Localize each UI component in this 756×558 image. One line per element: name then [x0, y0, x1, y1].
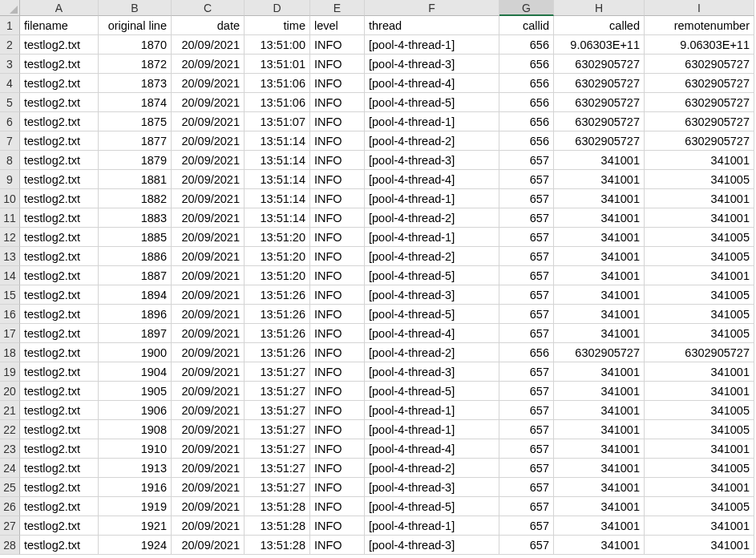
data-cell[interactable]: 341005	[645, 459, 754, 478]
data-cell[interactable]: 657	[499, 285, 554, 305]
select-all-corner[interactable]	[0, 0, 20, 16]
data-cell[interactable]: INFO	[310, 285, 365, 305]
data-cell[interactable]: testlog2.txt	[20, 497, 99, 516]
data-cell[interactable]: 341001	[554, 285, 645, 305]
data-cell[interactable]: 341005	[645, 497, 754, 516]
data-cell[interactable]: 1882	[99, 189, 172, 208]
data-cell[interactable]: [pool-4-thread-1]	[365, 401, 499, 420]
data-cell[interactable]: 20/09/2021	[172, 131, 245, 151]
data-cell[interactable]: [pool-4-thread-1]	[365, 228, 499, 247]
data-cell[interactable]: 13:51:27	[245, 478, 310, 497]
data-cell[interactable]: 6302905727	[645, 74, 754, 93]
data-cell[interactable]: 6302905727	[645, 55, 754, 74]
data-cell[interactable]: 20/09/2021	[172, 497, 245, 516]
data-cell[interactable]: [pool-4-thread-4]	[365, 170, 499, 189]
data-cell[interactable]: testlog2.txt	[20, 266, 99, 285]
header-cell[interactable]: thread	[365, 16, 499, 35]
data-cell[interactable]: testlog2.txt	[20, 247, 99, 266]
data-cell[interactable]: INFO	[310, 420, 365, 439]
data-cell[interactable]: 20/09/2021	[172, 305, 245, 324]
data-cell[interactable]: INFO	[310, 74, 365, 93]
row-header-20[interactable]: 20	[0, 382, 20, 401]
data-cell[interactable]: INFO	[310, 55, 365, 74]
data-cell[interactable]: 1916	[99, 478, 172, 497]
row-header-5[interactable]: 5	[0, 93, 20, 112]
data-cell[interactable]: 341001	[554, 497, 645, 516]
data-cell[interactable]: [pool-4-thread-1]	[365, 112, 499, 131]
data-cell[interactable]: 341005	[645, 401, 754, 420]
data-cell[interactable]: 6302905727	[554, 112, 645, 131]
data-cell[interactable]: [pool-4-thread-1]	[365, 516, 499, 536]
data-cell[interactable]: INFO	[310, 35, 365, 55]
data-cell[interactable]: 657	[499, 170, 554, 189]
data-cell[interactable]: 20/09/2021	[172, 208, 245, 228]
row-header-9[interactable]: 9	[0, 170, 20, 189]
row-header-1[interactable]: 1	[0, 16, 20, 35]
data-cell[interactable]: 657	[499, 401, 554, 420]
column-header-G[interactable]: G	[499, 0, 554, 16]
data-cell[interactable]: INFO	[310, 478, 365, 497]
data-cell[interactable]: INFO	[310, 266, 365, 285]
data-cell[interactable]: 656	[499, 93, 554, 112]
data-cell[interactable]: 656	[499, 55, 554, 74]
row-header-16[interactable]: 16	[0, 305, 20, 324]
data-cell[interactable]: testlog2.txt	[20, 170, 99, 189]
data-cell[interactable]: testlog2.txt	[20, 228, 99, 247]
data-cell[interactable]: 341001	[645, 362, 754, 382]
data-cell[interactable]: 1900	[99, 343, 172, 362]
data-cell[interactable]: 341001	[645, 439, 754, 459]
data-cell[interactable]: 341001	[645, 189, 754, 208]
data-cell[interactable]: 20/09/2021	[172, 189, 245, 208]
data-cell[interactable]: 656	[499, 131, 554, 151]
data-cell[interactable]: 13:51:14	[245, 208, 310, 228]
data-cell[interactable]: 20/09/2021	[172, 420, 245, 439]
data-cell[interactable]: 20/09/2021	[172, 478, 245, 497]
row-header-10[interactable]: 10	[0, 189, 20, 208]
data-cell[interactable]: testlog2.txt	[20, 189, 99, 208]
data-cell[interactable]: [pool-4-thread-1]	[365, 420, 499, 439]
data-cell[interactable]: 13:51:26	[245, 305, 310, 324]
data-cell[interactable]: 657	[499, 189, 554, 208]
data-cell[interactable]: 20/09/2021	[172, 55, 245, 74]
data-cell[interactable]: 1905	[99, 382, 172, 401]
data-cell[interactable]: 1908	[99, 420, 172, 439]
data-cell[interactable]: INFO	[310, 112, 365, 131]
data-cell[interactable]: testlog2.txt	[20, 343, 99, 362]
row-header-27[interactable]: 27	[0, 516, 20, 536]
data-cell[interactable]: 341001	[554, 536, 645, 555]
header-cell[interactable]: remotenumber	[645, 16, 754, 35]
data-cell[interactable]: testlog2.txt	[20, 112, 99, 131]
data-cell[interactable]: [pool-4-thread-2]	[365, 459, 499, 478]
data-cell[interactable]: INFO	[310, 497, 365, 516]
data-cell[interactable]: 13:51:07	[245, 112, 310, 131]
data-cell[interactable]: 13:51:28	[245, 516, 310, 536]
data-cell[interactable]: 657	[499, 536, 554, 555]
data-cell[interactable]: 1906	[99, 401, 172, 420]
row-header-6[interactable]: 6	[0, 112, 20, 131]
data-cell[interactable]: 656	[499, 343, 554, 362]
data-cell[interactable]: 6302905727	[645, 131, 754, 151]
spreadsheet-grid[interactable]: ABCDEFGHI1filenameoriginal linedatetimel…	[0, 0, 756, 555]
data-cell[interactable]: testlog2.txt	[20, 151, 99, 170]
data-cell[interactable]: 13:51:27	[245, 401, 310, 420]
data-cell[interactable]: [pool-4-thread-5]	[365, 382, 499, 401]
column-header-E[interactable]: E	[310, 0, 365, 16]
header-cell[interactable]: filename	[20, 16, 99, 35]
column-header-A[interactable]: A	[20, 0, 99, 16]
data-cell[interactable]: 341001	[645, 478, 754, 497]
data-cell[interactable]: 6302905727	[554, 343, 645, 362]
data-cell[interactable]: 657	[499, 478, 554, 497]
data-cell[interactable]: 657	[499, 324, 554, 343]
data-cell[interactable]: 341001	[554, 247, 645, 266]
row-header-23[interactable]: 23	[0, 439, 20, 459]
column-header-F[interactable]: F	[365, 0, 499, 16]
header-cell[interactable]: original line	[99, 16, 172, 35]
data-cell[interactable]: 13:51:00	[245, 35, 310, 55]
data-cell[interactable]: 1913	[99, 459, 172, 478]
data-cell[interactable]: 20/09/2021	[172, 74, 245, 93]
data-cell[interactable]: INFO	[310, 382, 365, 401]
data-cell[interactable]: 20/09/2021	[172, 382, 245, 401]
data-cell[interactable]: testlog2.txt	[20, 459, 99, 478]
data-cell[interactable]: 13:51:27	[245, 420, 310, 439]
data-cell[interactable]: INFO	[310, 343, 365, 362]
